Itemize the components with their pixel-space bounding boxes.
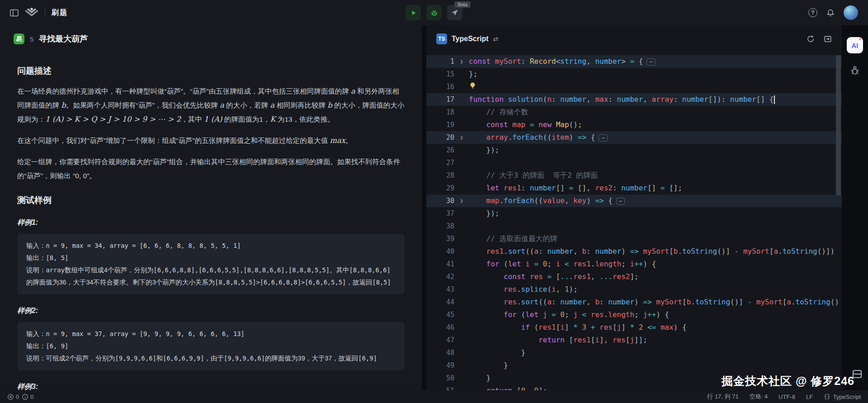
bug-report-icon[interactable] — [849, 65, 860, 76]
code-line-39[interactable]: 39 // 选取面值最大的牌 — [426, 232, 842, 245]
language-switch-icon[interactable]: ⇄ — [493, 35, 499, 43]
cursor-position[interactable]: 行 17, 列 71 — [707, 393, 738, 401]
code-line-text: // 存储个数 — [469, 106, 842, 119]
inline-code: [8, 5] — [46, 254, 69, 261]
editor-header-actions — [807, 35, 832, 43]
reset-code-icon[interactable] — [807, 35, 815, 43]
code-line-text: function solution(n: number, max: number… — [469, 93, 842, 106]
code-line-45[interactable]: 45 for (let j = 0; j < res.length; j++) … — [426, 308, 842, 321]
avatar[interactable] — [844, 5, 858, 20]
math-symbol: a — [351, 87, 355, 95]
code-line-15[interactable]: 15}; — [426, 68, 842, 81]
line-number: 15 — [426, 68, 454, 81]
folded-code-badge[interactable]: ⋯ — [616, 198, 625, 205]
fold-chevron-icon[interactable]: ❯ — [454, 194, 469, 207]
code-line-text — [469, 81, 842, 93]
line-number: 26 — [426, 144, 454, 156]
example-line: 输出：[8, 5] — [26, 252, 396, 264]
code-line-1[interactable]: 1❯const mySort: Record<string, number> =… — [426, 55, 842, 68]
gutter-space — [454, 245, 469, 258]
gutter-space — [454, 384, 469, 390]
example-line: 输出：[6, 9] — [26, 340, 396, 352]
code-line-27[interactable]: 27 — [426, 156, 842, 169]
folded-code-badge[interactable]: ⋯ — [646, 58, 655, 66]
inline-code: [8,8,8,5,5]>[6,6,6,8,8]>[6,6,6,5,5] — [215, 279, 346, 286]
code-line-38[interactable]: 38 — [426, 220, 842, 232]
bell-icon[interactable] — [826, 9, 835, 17]
line-number: 1 — [426, 55, 454, 68]
example-block: 输入：n = 9, max = 34, array = [6, 6, 6, 8,… — [17, 234, 405, 294]
language-mode[interactable]: {} TypeScript — [824, 394, 861, 400]
code-line-47[interactable]: 47 return [res1[i], res[j]]; — [426, 334, 842, 346]
code-line-17[interactable]: 17function solution(n: number, max: numb… — [426, 93, 842, 106]
code-line-text: }); — [469, 207, 842, 220]
code-line-18[interactable]: 18 // 存储个数 — [426, 106, 842, 119]
editor-scrollbar[interactable] — [836, 55, 841, 195]
folded-code-badge[interactable]: ⋯ — [599, 134, 607, 142]
problem-content: 问题描述 在一场经典的德州扑克游戏中，有一种牌型叫做“葫芦”。“葫芦”由五张牌组… — [0, 52, 422, 390]
inline-code: [9,9,9,6,6] — [115, 355, 156, 362]
problem-title: 寻找最大葫芦 — [39, 33, 88, 44]
sidebar-toggle-icon[interactable] — [10, 9, 19, 17]
code-line-42[interactable]: 42 const res = [...res1, ...res2]; — [426, 270, 842, 283]
example-line: 说明：可组成2个葫芦，分别为[9,9,9,6,6]和[6,6,6,9,9]，由于… — [26, 352, 396, 365]
code-line-49[interactable]: 49 } — [426, 359, 842, 372]
example-block: 输入：n = 9, max = 37, array = [9, 9, 9, 9,… — [17, 322, 405, 370]
layout-icon[interactable] — [824, 35, 832, 43]
code-line-text: const res = [...res1, ...res2]; — [469, 270, 842, 283]
eol-setting[interactable]: LF — [806, 394, 813, 400]
juejin-logo[interactable] — [25, 7, 38, 19]
bug-icon — [430, 9, 438, 17]
code-line-28[interactable]: 28 // 大于3 的牌面 等于2 的牌面 — [426, 169, 842, 182]
inline-code: [9,9,9,6,6] — [224, 355, 265, 362]
code-line-text: // 大于3 的牌面 等于2 的牌面 — [469, 169, 842, 182]
errors-indicator[interactable]: 0 — [7, 394, 19, 400]
code-line-37[interactable]: 37 }); — [426, 207, 842, 220]
indent-setting[interactable]: 空格: 4 — [750, 393, 768, 401]
code-line-16[interactable]: 16 — [426, 81, 842, 93]
file-encoding[interactable]: UTF-8 — [778, 394, 795, 400]
infos-indicator[interactable]: 0 — [22, 394, 33, 400]
line-number: 51 — [426, 384, 454, 390]
inline-code: [6,6,6,8,8],[6,6,6,5,5],[8,8,8,6,6],[8,8… — [154, 266, 330, 274]
code-line-text: const mySort: Record<string, number> = {… — [469, 55, 842, 68]
gutter-space — [454, 182, 469, 194]
ai-assistant-button[interactable]: AI ✦ — [847, 37, 863, 53]
code-line-26[interactable]: 26 }); — [426, 144, 842, 156]
product-name[interactable]: 刷题 — [52, 8, 68, 18]
code-line-46[interactable]: 46 if (res1[i] * 3 + res[j] * 2 <= max) … — [426, 321, 842, 334]
example-line: 输入：n = 9, max = 34, array = [6, 6, 6, 8,… — [26, 240, 396, 252]
gutter-space — [454, 220, 469, 232]
code-line-20[interactable]: 20❯ array.forEach((item) => {⋯ — [426, 131, 842, 144]
inline-code: [8,8,8,6,6] — [349, 266, 391, 274]
lightbulb-icon[interactable] — [469, 81, 476, 94]
code-line-43[interactable]: 43 res.splice(i, 1); — [426, 283, 842, 296]
code-line-19[interactable]: 19 const map = new Map(); — [426, 119, 842, 131]
examples: 样例1:输入：n = 9, max = 34, array = [6, 6, 6… — [17, 218, 405, 390]
code-line-30[interactable]: 30❯ map.forEach((value, key) => {⋯ — [426, 194, 842, 207]
code-line-text: if (res1[i] * 3 + res[j] * 2 <= max) { — [469, 321, 842, 334]
run-button[interactable] — [406, 5, 421, 20]
code-line-44[interactable]: 44 res.sort((a: number, b: number) => my… — [426, 296, 842, 308]
fold-chevron-icon[interactable]: ❯ — [454, 55, 469, 68]
line-number: 17 — [426, 93, 454, 106]
code-line-29[interactable]: 29 let res1: number[] = [], res2: number… — [426, 182, 842, 194]
code-line-41[interactable]: 41 for (let i = 0; i < res1.length; i++)… — [426, 258, 842, 270]
inline-code: array — [46, 266, 65, 274]
code-line-text: array.forEach((item) => {⋯ — [469, 131, 842, 144]
help-icon[interactable]: ? — [808, 8, 817, 17]
code-line-text: map.forEach((value, key) => {⋯ — [469, 194, 842, 207]
code-editor[interactable]: 1❯const mySort: Record<string, number> =… — [426, 52, 842, 390]
code-line-text: for (let j = 0; j < res.length; j++) { — [469, 308, 842, 321]
debug-button[interactable] — [426, 5, 442, 20]
statusbar: 0 0 行 17, 列 71 空格: 4 UTF-8 LF {} TypeScr… — [0, 390, 868, 403]
line-number: 30 — [426, 194, 454, 207]
panel-splitter[interactable] — [422, 25, 426, 390]
math-symbol: a — [270, 101, 274, 109]
code-line-text: return [res1[i], res[j]]; — [469, 334, 842, 346]
panel-toggle-icon[interactable] — [852, 370, 862, 380]
code-line-40[interactable]: 40 res1.sort((a: number, b: number) => m… — [426, 245, 842, 258]
line-number: 40 — [426, 245, 454, 258]
fold-chevron-icon[interactable]: ❯ — [454, 131, 469, 144]
code-line-48[interactable]: 48 } — [426, 346, 842, 359]
